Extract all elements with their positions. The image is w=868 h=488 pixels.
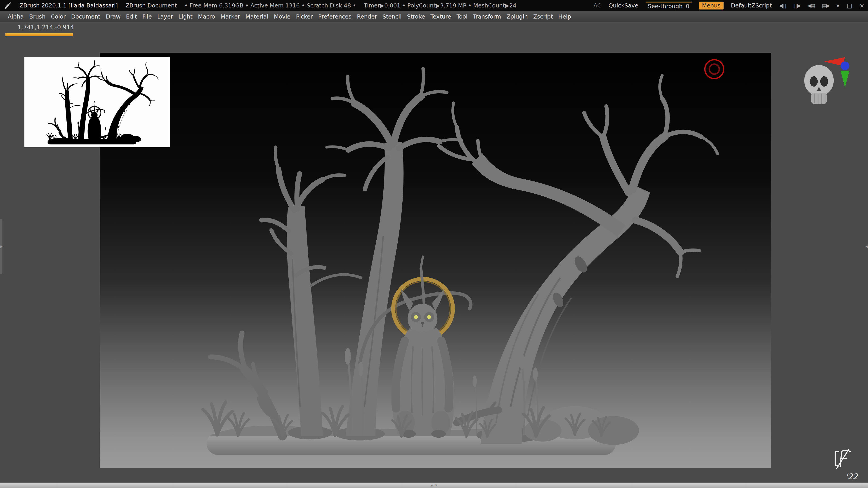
document-name: ZBrush Document <box>125 2 177 9</box>
scroll-left-icon[interactable]: ◀‖‖ <box>779 3 786 8</box>
coordinates-readout: 1.741,1.214,-0.914 <box>18 24 74 31</box>
camera-gizmo[interactable] <box>799 55 851 112</box>
close-icon[interactable]: × <box>860 2 864 9</box>
title-bar: ZBrush 2020.1.1 [Ilaria Baldassari] ZBru… <box>0 0 868 11</box>
menu-item-transform[interactable]: Transform <box>470 13 504 20</box>
skull-icon <box>804 65 834 104</box>
menu-item-file[interactable]: File <box>140 13 155 20</box>
default-zscript-button[interactable]: DefaultZScript <box>731 2 772 9</box>
see-through-slider[interactable]: See-through 0 <box>646 2 692 9</box>
sculpture-render <box>100 53 771 468</box>
menu-item-brush[interactable]: Brush <box>26 13 48 20</box>
quicksave-button[interactable]: QuickSave <box>609 2 638 9</box>
menu-item-light[interactable]: Light <box>176 13 195 20</box>
menu-item-stencil[interactable]: Stencil <box>380 13 404 20</box>
spinner-down-icon[interactable]: ▾ <box>435 484 437 487</box>
signature-year: '22 <box>846 472 858 481</box>
brush-cursor <box>705 60 723 78</box>
menu-item-edit[interactable]: Edit <box>123 13 140 20</box>
y-axis-cone-icon <box>841 71 849 88</box>
page-right-icon[interactable]: ▤▶ <box>822 3 829 8</box>
scroll-right-icon[interactable]: ‖‖▶ <box>793 3 800 8</box>
collapse-icon[interactable]: ▾ <box>837 2 839 9</box>
document-thumbnail <box>24 57 170 147</box>
artist-signature: '22 <box>832 449 861 484</box>
menu-item-help[interactable]: Help <box>556 13 574 20</box>
menu-item-render[interactable]: Render <box>354 13 380 20</box>
menu-item-tool[interactable]: Tool <box>454 13 470 20</box>
memory-stats: • Free Mem 6.319GB • Active Mem 1316 • S… <box>184 2 356 9</box>
z-axis-sphere-icon <box>841 61 849 70</box>
ac-indicator[interactable]: AC <box>594 2 601 9</box>
see-through-label: See-through <box>648 3 683 9</box>
app-title: ZBrush 2020.1.1 [Ilaria Baldassari] <box>20 2 118 9</box>
bottom-bar: ▴ ▾ <box>0 483 868 488</box>
menu-item-picker[interactable]: Picker <box>293 13 315 20</box>
menu-item-zscript[interactable]: Zscript <box>530 13 556 20</box>
performance-stats: Timer▶0.001 • PolyCount▶3.719 MP • MeshC… <box>364 2 517 9</box>
menu-item-marker[interactable]: Marker <box>218 13 243 20</box>
menu-item-macro[interactable]: Macro <box>195 13 218 20</box>
zbrush-logo-icon <box>4 2 12 10</box>
progress-bar <box>5 33 73 36</box>
menu-item-movie[interactable]: Movie <box>271 13 293 20</box>
menu-item-texture[interactable]: Texture <box>428 13 454 20</box>
menu-item-layer[interactable]: Layer <box>155 13 176 20</box>
menu-item-zplugin[interactable]: Zplugin <box>504 13 530 20</box>
see-through-value: 0 <box>686 3 689 9</box>
menu-item-color[interactable]: Color <box>48 13 68 20</box>
restore-icon[interactable]: □ <box>847 2 852 9</box>
menu-item-alpha[interactable]: Alpha <box>5 13 26 20</box>
page-left-icon[interactable]: ◀▤ <box>808 3 815 8</box>
document-canvas[interactable] <box>100 53 771 468</box>
menu-item-document[interactable]: Document <box>68 13 103 20</box>
spinner-up-icon[interactable]: ▴ <box>431 484 433 487</box>
titlebar-right-group: AC QuickSave See-through 0 Menus Default… <box>594 2 864 9</box>
right-edge-arrow-icon[interactable]: ◂ <box>865 243 868 249</box>
menu-item-draw[interactable]: Draw <box>103 13 123 20</box>
thumbnail-silhouette <box>24 57 170 147</box>
menu-item-preferences[interactable]: Preferences <box>315 13 354 20</box>
menus-button[interactable]: Menus <box>699 2 724 9</box>
menu-item-stroke[interactable]: Stroke <box>404 13 428 20</box>
menu-bar: Alpha Brush Color Document Draw Edit Fil… <box>0 11 868 22</box>
left-edge-arrow-icon[interactable]: ▸ <box>0 243 3 249</box>
menu-item-material[interactable]: Material <box>243 13 271 20</box>
